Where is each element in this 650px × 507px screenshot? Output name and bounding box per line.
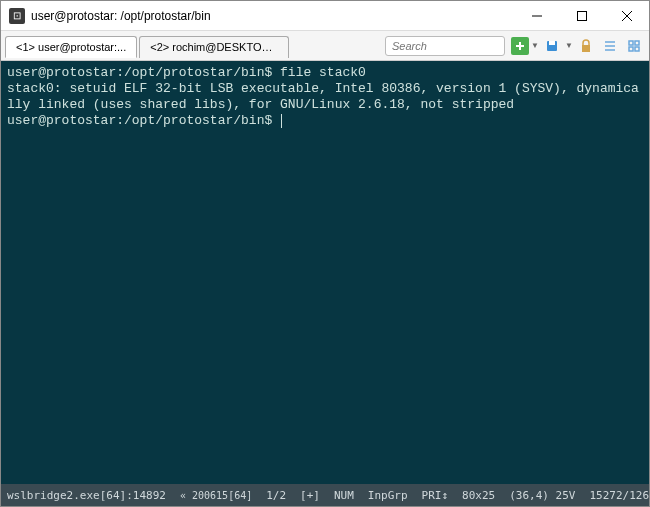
status-input-group: InpGrp	[368, 489, 408, 502]
view-grid-button[interactable]	[623, 35, 645, 57]
view-list-button[interactable]	[599, 35, 621, 57]
status-flag: [+]	[300, 489, 320, 502]
close-button[interactable]	[604, 1, 649, 31]
status-bar: wslbridge2.exe[64]:14892 « 200615[64] 1/…	[1, 484, 649, 506]
svg-rect-1	[577, 11, 586, 20]
plus-icon	[515, 41, 525, 51]
svg-rect-13	[635, 41, 639, 45]
svg-rect-8	[582, 45, 590, 52]
terminal-output[interactable]: user@protostar:/opt/protostar/bin$ file …	[1, 61, 649, 484]
toolbar: <1> user@protostar:... <2> rochim@DESKTO…	[1, 31, 649, 61]
tab-1[interactable]: <1> user@protostar:...	[5, 36, 137, 58]
search-input[interactable]	[385, 36, 505, 56]
svg-rect-15	[635, 47, 639, 51]
maximize-icon	[577, 11, 587, 21]
status-process: wslbridge2.exe[64]:14892	[7, 489, 166, 502]
svg-rect-7	[549, 41, 555, 45]
svg-rect-14	[629, 47, 633, 51]
list-icon	[603, 39, 617, 53]
status-size: 80x25	[462, 489, 495, 502]
svg-rect-12	[629, 41, 633, 45]
grid-icon	[627, 39, 641, 53]
status-arrows: « 200615[64]	[180, 490, 252, 501]
status-page: 1/2	[266, 489, 286, 502]
close-icon	[622, 11, 632, 21]
disk-icon	[545, 39, 559, 53]
new-tab-dropdown[interactable]: ▼	[531, 35, 539, 57]
output-line: stack0: setuid ELF 32-bit LSB executable…	[7, 81, 639, 112]
app-icon: ⊡	[9, 8, 25, 24]
save-button[interactable]	[541, 35, 563, 57]
minimize-button[interactable]	[514, 1, 559, 31]
command-1: file stack0	[280, 65, 366, 80]
window-titlebar: ⊡ user@protostar: /opt/protostar/bin	[1, 1, 649, 31]
lock-button[interactable]	[575, 35, 597, 57]
maximize-button[interactable]	[559, 1, 604, 31]
status-cursor-pos: (36,4) 25V	[509, 489, 575, 502]
prompt-1: user@protostar:/opt/protostar/bin$	[7, 65, 272, 80]
status-memory: 15272/12608	[589, 489, 650, 502]
tab-2[interactable]: <2> rochim@DESKTOP-...	[139, 36, 289, 58]
cursor	[281, 114, 282, 128]
new-tab-button[interactable]	[511, 37, 529, 55]
save-dropdown[interactable]: ▼	[565, 35, 573, 57]
status-num: NUM	[334, 489, 354, 502]
minimize-icon	[532, 11, 542, 21]
prompt-2: user@protostar:/opt/protostar/bin$	[7, 113, 272, 128]
tab-bar: <1> user@protostar:... <2> rochim@DESKTO…	[5, 35, 289, 57]
lock-icon	[580, 39, 592, 53]
window-title: user@protostar: /opt/protostar/bin	[31, 9, 211, 23]
status-priority: PRI↕	[422, 489, 449, 502]
